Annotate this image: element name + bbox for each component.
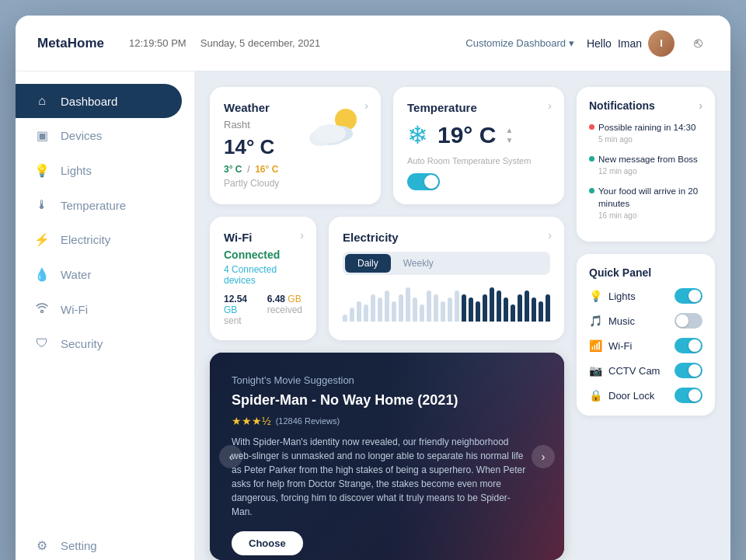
- sidebar-label-electricity: Electricity: [61, 233, 110, 246]
- notif-text-2: New message from Boss: [598, 153, 702, 165]
- sidebar-label-temperature: Temperature: [61, 199, 126, 212]
- wifi-sent-label: sent: [224, 315, 242, 326]
- bar-item: [364, 304, 368, 322]
- notification-item-1: Possible raining in 14:30 5 min ago: [589, 121, 702, 144]
- elec-title: Electricity: [343, 231, 550, 244]
- weather-icon: [303, 104, 357, 151]
- notifications-arrow[interactable]: ›: [699, 99, 702, 112]
- elec-tab-daily[interactable]: Daily: [345, 254, 391, 273]
- wifi-received: 6.48 GB received: [267, 294, 302, 326]
- header-date: Sunday, 5 december, 2021: [200, 37, 320, 49]
- temperature-card: › Temperature ❄ 19° C ▲ ▼ Auto Room Temp…: [393, 87, 564, 204]
- svg-point-4: [315, 124, 346, 143]
- temp-up-arrow[interactable]: ▲: [505, 126, 513, 134]
- quick-wifi-toggle[interactable]: [675, 338, 702, 353]
- quick-lights-toggle[interactable]: [675, 288, 702, 304]
- review-count: (12846 Reviews): [276, 416, 340, 426]
- wifi-icon: [34, 302, 50, 316]
- temp-down-arrow[interactable]: ▼: [505, 136, 513, 144]
- sidebar-item-security[interactable]: 🛡 Security: [16, 326, 182, 360]
- movie-nav-next[interactable]: ›: [532, 445, 555, 468]
- quick-music-toggle[interactable]: [675, 313, 702, 329]
- hello-user: Hello Iman I: [587, 30, 675, 57]
- quick-item-doorlock: 🔒 Door Lock: [589, 388, 702, 403]
- temp-value: 19° C: [437, 122, 496, 148]
- avatar[interactable]: I: [648, 30, 675, 57]
- bar-item: [469, 297, 473, 322]
- bar-item: [462, 294, 466, 322]
- elec-tab-weekly[interactable]: Weekly: [391, 254, 446, 273]
- top-cards-row: › Weather Rasht 14° C 3° C / 16° C Partl…: [210, 87, 564, 204]
- sidebar-label-lights: Lights: [61, 164, 92, 177]
- sidebar-item-lights[interactable]: 💡 Lights: [16, 153, 182, 188]
- hello-prefix: Hello: [587, 37, 612, 50]
- temp-toggle[interactable]: [407, 173, 440, 190]
- bar-item: [539, 301, 543, 322]
- weather-card-arrow[interactable]: ›: [364, 99, 368, 112]
- notif-time-2: 12 min ago: [598, 167, 702, 176]
- quick-item-lights: 💡 Lights: [589, 288, 702, 304]
- security-icon: 🛡: [34, 336, 50, 350]
- weather-high: 16° C: [255, 164, 278, 175]
- weather-low: 3° C: [224, 164, 242, 175]
- sidebar-label-devices: Devices: [61, 129, 102, 142]
- sidebar-item-wifi[interactable]: Wi-Fi: [16, 292, 182, 326]
- quick-item-cctv: 📷 CCTV Cam: [589, 363, 702, 378]
- devices-icon: ▣: [34, 128, 50, 143]
- quick-music-label: Music: [608, 315, 635, 327]
- bar-item: [532, 297, 536, 322]
- app-container: MetaHome 12:19:50 PM Sunday, 5 december,…: [16, 16, 730, 560]
- quick-cctv-toggle[interactable]: [675, 363, 702, 378]
- wifi-stats: 12.54 GB sent 6.48 GB received: [224, 294, 302, 326]
- bar-item: [406, 287, 410, 322]
- weather-range: 3° C / 16° C: [224, 164, 367, 175]
- right-panel: Notifications › Possible raining in 14:3…: [577, 87, 715, 560]
- quick-cctv-icon: 📷: [589, 364, 602, 377]
- quick-doorlock-toggle[interactable]: [675, 388, 702, 403]
- sidebar-item-setting[interactable]: ⚙ Setting: [16, 528, 182, 560]
- quick-music-icon: 🎵: [589, 315, 602, 327]
- movie-nav-prev[interactable]: ‹: [219, 445, 242, 468]
- content-main: › Weather Rasht 14° C 3° C / 16° C Partl…: [210, 87, 564, 560]
- header-time: 12:19:50 PM: [129, 37, 186, 49]
- elec-card-arrow[interactable]: ›: [548, 229, 552, 242]
- bar-item: [511, 304, 515, 322]
- temp-card-arrow[interactable]: ›: [548, 99, 552, 112]
- user-name: Iman: [618, 37, 642, 50]
- sidebar-item-electricity[interactable]: ⚡ Electricity: [16, 222, 182, 257]
- bar-item: [413, 297, 417, 322]
- logout-button[interactable]: ⎋: [687, 33, 709, 54]
- customize-dashboard-button[interactable]: Customize Dashboard ▾: [465, 37, 574, 49]
- choose-button[interactable]: Choose: [232, 531, 303, 555]
- bar-item: [441, 301, 445, 322]
- quick-cctv-label: CCTV Cam: [608, 365, 660, 377]
- sidebar-item-dashboard[interactable]: ⌂ Dashboard: [16, 84, 182, 118]
- wifi-status: Connected: [224, 249, 302, 261]
- notifications-panel: Notifications › Possible raining in 14:3…: [577, 87, 715, 242]
- weather-desc: Partly Cloudy: [224, 178, 367, 189]
- bar-item: [357, 301, 361, 322]
- wifi-card-arrow[interactable]: ›: [300, 229, 304, 242]
- notifications-title: Notifications ›: [589, 99, 702, 112]
- notification-item-2: New message from Boss 12 min ago: [589, 153, 702, 176]
- bar-item: [448, 297, 452, 322]
- sidebar-label-security: Security: [61, 337, 103, 350]
- bar-item: [455, 290, 459, 322]
- bar-item: [525, 290, 529, 322]
- main-layout: ⌂ Dashboard ▣ Devices 💡 Lights 🌡 Tempera…: [16, 71, 730, 560]
- notif-text-1: Possible raining in 14:30: [598, 121, 702, 134]
- wifi-sent: 12.54 GB sent: [224, 294, 252, 326]
- sidebar-item-temperature[interactable]: 🌡 Temperature: [16, 188, 182, 222]
- sidebar-item-water[interactable]: 💧 Water: [16, 257, 182, 292]
- quick-panel: Quick Panel 💡 Lights 🎵: [577, 254, 715, 416]
- notif-text-3: Your food will arrive in 20 minutes: [598, 185, 702, 210]
- sidebar-item-devices[interactable]: ▣ Devices: [16, 118, 182, 153]
- notif-dot-2: [589, 156, 594, 162]
- app-logo: MetaHome: [37, 36, 104, 51]
- bar-item: [434, 294, 438, 322]
- bar-item: [420, 304, 424, 322]
- temp-title: Temperature: [407, 101, 550, 114]
- electricity-bars: [343, 283, 550, 322]
- wifi-card-title: Wi-Fi: [224, 231, 302, 244]
- bar-item: [518, 294, 522, 322]
